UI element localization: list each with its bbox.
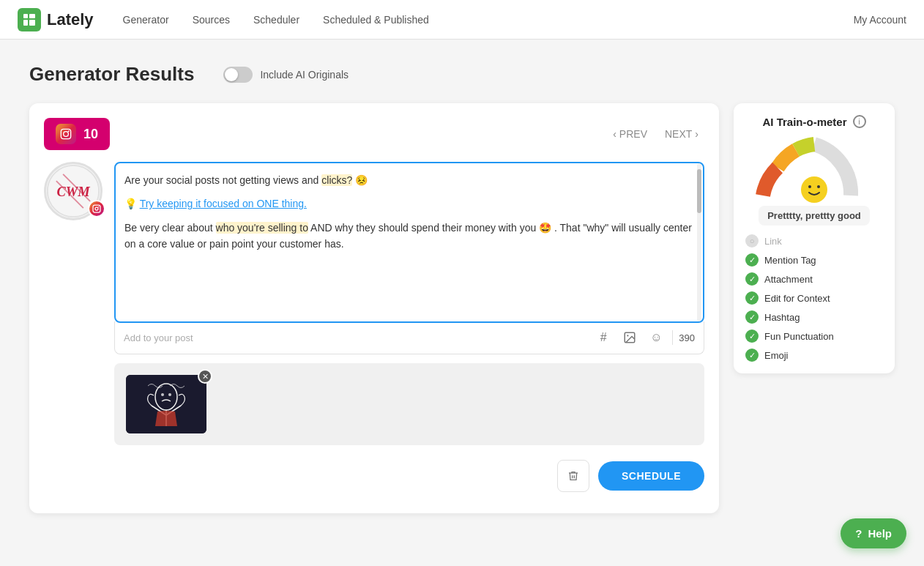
- svg-point-24: [808, 185, 811, 188]
- check-icon-fun-punctuation: ✓: [745, 329, 759, 343]
- card-header: 10 ‹ PREV NEXT ›: [44, 118, 704, 150]
- checklist-label-mention-tag: Mention Tag: [764, 255, 816, 266]
- logo-icon: [18, 8, 41, 31]
- svg-point-6: [68, 130, 70, 132]
- image-thumbnail: ✕: [126, 375, 206, 433]
- svg-point-15: [627, 335, 629, 336]
- page-header: Generator Results Include AI Originals: [29, 63, 895, 86]
- post-text-content: Are your social posts not getting views …: [124, 172, 694, 260]
- next-chevron-icon: ›: [695, 128, 698, 140]
- gauge-label: Pretttty, prettty good: [759, 206, 870, 226]
- checklist-item-attachment: ✓ Attachment: [745, 272, 883, 286]
- toggle-label: Include AI Originals: [260, 69, 349, 81]
- next-label: NEXT: [665, 128, 692, 140]
- gauge-container: Pretttty, prettty good: [745, 137, 883, 226]
- svg-rect-2: [29, 14, 35, 18]
- svg-point-13: [98, 206, 100, 208]
- ai-originals-toggle[interactable]: [223, 67, 253, 83]
- post-scrollbar-thumb: [697, 169, 701, 213]
- nav-scheduler[interactable]: Scheduler: [253, 14, 299, 26]
- char-count: 390: [679, 332, 695, 343]
- toggle-knob: [225, 68, 238, 81]
- logo[interactable]: Lately: [18, 8, 94, 31]
- checklist-item-hashtag: ✓ Hashtag: [745, 310, 883, 324]
- post-card: 10 ‹ PREV NEXT ›: [29, 103, 719, 513]
- nav-generator[interactable]: Generator: [123, 14, 169, 26]
- avatar-section: CWM: [44, 162, 103, 445]
- info-icon[interactable]: i: [853, 115, 866, 128]
- check-icon-attachment: ✓: [745, 272, 759, 286]
- post-count: 10: [83, 127, 98, 142]
- checklist-label-edit-context: Edit for Context: [764, 293, 830, 304]
- emoji-icon[interactable]: ☺: [646, 327, 666, 348]
- prev-label: PREV: [619, 128, 647, 140]
- toolbar-placeholder: Add to your post: [124, 332, 587, 343]
- navbar: Lately Generator Sources Scheduler Sched…: [0, 0, 924, 40]
- checklist-item-mention-tag: ✓ Mention Tag: [745, 253, 883, 267]
- nav-sources[interactable]: Sources: [193, 14, 230, 26]
- avatar-instagram-badge: [88, 200, 105, 217]
- check-icon-edit-context: ✓: [745, 291, 759, 305]
- checklist-label-attachment: Attachment: [764, 274, 813, 285]
- checklist-label-link: Link: [764, 236, 782, 247]
- card-body: CWM: [44, 162, 704, 445]
- gauge-svg: [756, 137, 873, 203]
- image-remove-button[interactable]: ✕: [198, 369, 212, 384]
- card-badge: 10: [44, 118, 110, 150]
- checklist-item-emoji: ✓ Emoji: [745, 349, 883, 362]
- my-account-link[interactable]: My Account: [854, 14, 906, 26]
- ai-panel-header: AI Train-o-meter i: [745, 115, 883, 128]
- svg-point-25: [817, 185, 820, 188]
- logo-text: Lately: [47, 10, 94, 29]
- toolbar-divider: [672, 330, 673, 345]
- toggle-container: Include AI Originals: [223, 67, 349, 83]
- content-area: 10 ‹ PREV NEXT ›: [29, 103, 895, 513]
- ai-panel: AI Train-o-meter i: [734, 103, 895, 373]
- svg-point-5: [64, 132, 69, 137]
- check-icon-hashtag: ✓: [745, 310, 759, 324]
- checklist-item-edit-context: ✓ Edit for Context: [745, 291, 883, 305]
- page-title: Generator Results: [29, 63, 194, 86]
- image-thumb-inner: [126, 375, 206, 433]
- svg-point-12: [95, 207, 98, 210]
- svg-point-21: [161, 393, 164, 396]
- main-content: Generator Results Include AI Originals: [0, 40, 924, 537]
- instagram-icon: [56, 124, 76, 144]
- checklist: ○ Link ✓ Mention Tag ✓ Attachment ✓ Edit…: [745, 234, 883, 362]
- checklist-label-fun-punctuation: Fun Punctuation: [764, 331, 834, 342]
- post-toolbar: Add to your post # ☺ 390: [114, 321, 704, 354]
- nav-scheduled-published[interactable]: Scheduled & Published: [323, 14, 429, 26]
- delete-button[interactable]: [557, 460, 589, 492]
- nav-links: Generator Sources Scheduler Scheduled & …: [123, 14, 854, 26]
- card-navigation: ‹ PREV NEXT ›: [607, 125, 704, 143]
- next-button[interactable]: NEXT ›: [659, 125, 704, 143]
- checklist-label-hashtag: Hashtag: [764, 312, 800, 323]
- hashtag-icon[interactable]: #: [593, 327, 614, 348]
- svg-point-23: [801, 176, 827, 203]
- checklist-item-link: ○ Link: [745, 234, 883, 247]
- prev-button[interactable]: ‹ PREV: [607, 125, 653, 143]
- schedule-button[interactable]: SCHEDULE: [598, 461, 704, 491]
- check-icon-link: ○: [745, 234, 759, 247]
- prev-chevron-icon: ‹: [613, 128, 616, 140]
- check-icon-emoji: ✓: [745, 349, 759, 362]
- svg-rect-4: [61, 129, 70, 138]
- card-footer: SCHEDULE: [44, 460, 704, 492]
- svg-rect-3: [29, 20, 35, 26]
- help-label: Help: [868, 527, 892, 537]
- check-icon-mention-tag: ✓: [745, 253, 759, 267]
- image-icon[interactable]: [619, 327, 640, 348]
- svg-rect-0: [23, 14, 28, 18]
- post-editor[interactable]: Are your social posts not getting views …: [114, 162, 704, 323]
- svg-rect-11: [93, 205, 100, 212]
- svg-point-22: [168, 393, 171, 396]
- post-editor-wrapper: Are your social posts not getting views …: [114, 162, 704, 445]
- image-preview-area: ✕: [114, 363, 704, 445]
- checklist-label-emoji: Emoji: [764, 350, 789, 361]
- checklist-item-fun-punctuation: ✓ Fun Punctuation: [745, 329, 883, 343]
- svg-rect-1: [23, 20, 28, 26]
- svg-text:CWM: CWM: [56, 185, 90, 199]
- help-button[interactable]: ? Help: [841, 518, 906, 537]
- post-scrollbar[interactable]: [697, 163, 701, 321]
- help-icon: ?: [855, 527, 862, 537]
